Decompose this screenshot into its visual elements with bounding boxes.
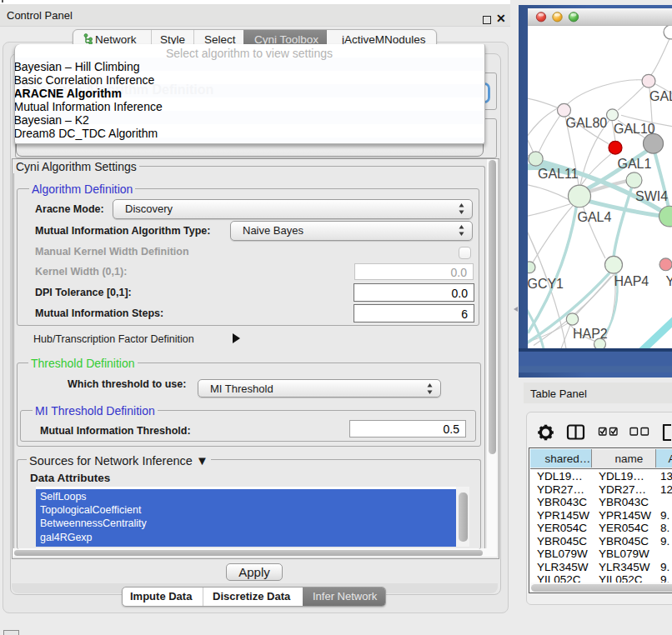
svg-text:GAL80: GAL80 [566,116,608,130]
svg-text:GAL1: GAL1 [617,157,651,171]
svg-text:HAP2: HAP2 [573,327,608,341]
svg-text:SWI4: SWI4 [635,189,668,203]
svg-text:YE: YE [665,274,672,288]
svg-text:GAL7: GAL7 [649,89,672,103]
svg-text:GAL4: GAL4 [578,210,612,224]
svg-text:GAL11: GAL11 [538,167,579,181]
svg-text:HAP4: HAP4 [614,274,649,288]
svg-text:GCY1: GCY1 [527,277,564,291]
svg-text:GAL10: GAL10 [614,122,655,136]
